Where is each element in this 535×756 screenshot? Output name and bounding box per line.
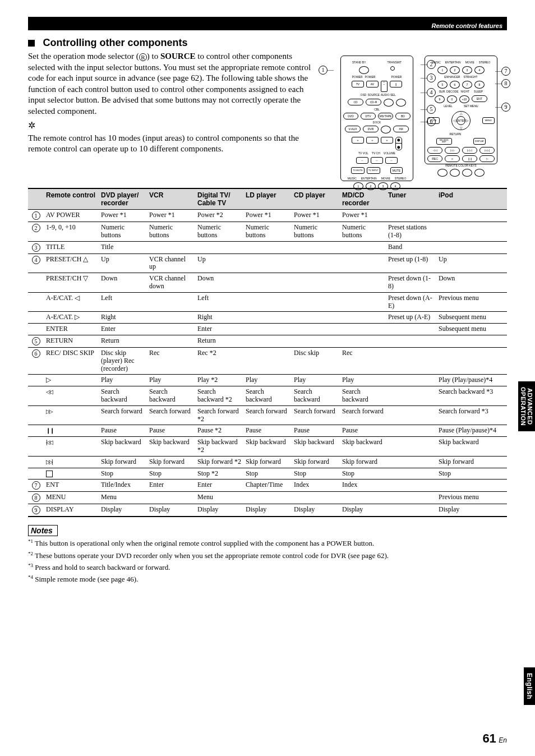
table-row: A-E/CAT. ▷RightRightPreset up (A-E)Subse… [28,312,507,324]
top-columns: Set the operation mode selector (R) to S… [28,49,507,181]
th-ipod: iPod [436,188,507,210]
callout-9: —9 [495,103,510,112]
cell: Search forward *2 [195,405,243,425]
cell [340,273,386,293]
cell [386,375,436,386]
cell [292,241,340,253]
cell [436,222,507,242]
th-num [28,188,44,210]
cell: Skip forward [292,456,340,468]
remote-diagram: STAND BYTRANSMIT POWERPOWERPOWER TVAV▪▪❙… [331,56,507,181]
cell: Stop [243,468,292,480]
cell: Stop [340,468,386,480]
cell: Numeric buttons [99,222,147,242]
cell: Up [195,253,243,273]
row-callout-number [28,386,44,406]
cell: Search backward [292,386,340,406]
callout-8: —8 [495,79,510,88]
th-dvd: DVD player/ recorder [99,188,147,210]
cell: Numeric buttons [195,222,243,242]
table-row: Skip forwardSkip forwardSkip forward *2S… [28,456,507,468]
cell [147,312,195,324]
tip-text: The remote control has 10 modes (input a… [28,133,320,155]
cell [386,405,436,425]
notes-list: *1 This button is operational only when … [28,538,507,584]
cell [340,335,386,347]
cell: VCR channel up [147,253,195,273]
cell: Display [340,504,386,517]
table-row: Skip backwardSkip backwardSkip backward … [28,437,507,457]
cell: Skip forward [340,456,386,468]
cell: Play [99,375,147,386]
row-remote-control: MENU [44,492,99,504]
stop-icon [46,471,53,477]
cell: Return [99,335,147,347]
cell: Search forward *3 [436,405,507,425]
cell: Search forward [147,405,195,425]
th-mdcd: MD/CD recorder [340,188,386,210]
row-remote-control: DISPLAY [44,504,99,517]
cell: Pause [99,425,147,437]
cell [386,456,436,468]
cell: Rec [340,347,386,374]
row-callout-number: 3 [28,241,44,253]
nav-pad-icon: △ ◁ ENTER ▷ ▽ [451,111,471,130]
cell: Search forward [292,405,340,425]
th-cd: CD player [292,188,340,210]
cell [436,210,507,222]
skipb-icon [46,439,52,445]
cell [292,312,340,324]
cell: Power *1 [340,210,386,222]
row-callout-number: 1 [28,210,44,222]
row-callout-number [28,425,44,437]
row-callout-number: 8 [28,492,44,504]
cell [243,347,292,374]
cell: Preset down (A-E) [386,292,436,312]
th-ld: LD player [243,188,292,210]
cell [243,324,292,335]
cell: Play [292,375,340,386]
cell: Title/Index [99,480,147,492]
cell: Pause [292,425,340,437]
cell [386,386,436,406]
pause-icon [46,427,54,434]
cell: Stop *2 [195,468,243,480]
cell: Stop [99,468,147,480]
heading-row: Controlling other components [28,37,507,49]
cell [386,492,436,504]
th-dtv: Digital TV/ Cable TV [195,188,243,210]
cell: Search backward [243,386,292,406]
table-row: A-E/CAT. ◁LeftLeftPreset down (A-E)Previ… [28,292,507,312]
cell: Numeric buttons [340,222,386,242]
row-callout-number [28,273,44,293]
note-item: *3 Press and hold to search backward or … [28,563,507,572]
cell [386,504,436,517]
cell: Numeric buttons [243,222,292,242]
cell: Subsequent menu [436,324,507,335]
cell: Skip forward [99,456,147,468]
cell: Numeric buttons [147,222,195,242]
cell: Pause *2 [195,425,243,437]
cell: Menu [99,492,147,504]
cell: Right [195,312,243,324]
note-item: *4 Simple remote mode (see page 46). [28,574,507,584]
cell [292,292,340,312]
cell: Left [99,292,147,312]
th-vcr: VCR [147,188,195,210]
table-row: 6REC/ DISC SKIPDisc skip (player) Rec (r… [28,347,507,374]
cell: Pause (Play/pause)*4 [436,425,507,437]
cell: Display [436,504,507,517]
cell: Left [195,292,243,312]
cell: Skip backward [292,437,340,457]
cell: Enter [147,480,195,492]
row-remote-control [44,468,99,480]
cell: Index [292,480,340,492]
cell [340,253,386,273]
cell: Power *1 [99,210,147,222]
cell: Preset stations (1-8) [386,222,436,242]
row-remote-control: PRESET/CH ▽ [44,273,99,293]
table-row: Search backwardSearch backwardSearch bac… [28,386,507,406]
cell: Skip backward *2 [195,437,243,457]
cell [386,468,436,480]
cell: Display [243,504,292,517]
